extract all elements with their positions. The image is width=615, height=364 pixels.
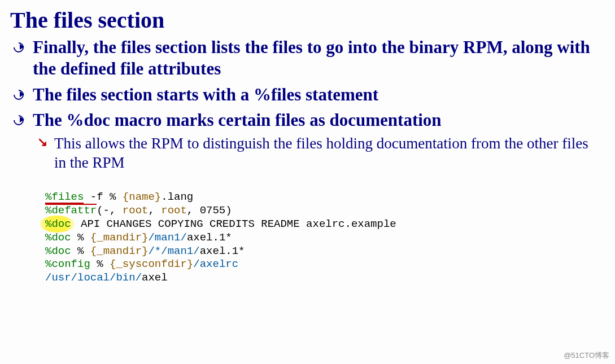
code-l6-d: /axelrc	[193, 258, 238, 270]
bullet-2-macro: %files	[254, 85, 301, 104]
code-l2-f: , 0755)	[187, 204, 232, 217]
code-l5-d: /*/man1/	[148, 245, 199, 257]
code-l5-c: {_mandir}	[90, 245, 149, 257]
code-l6-c: {_sysconfdir}	[110, 258, 193, 270]
code-l3-b: API CHANGES COPYING CREDITS README axelr…	[75, 218, 396, 230]
bullet-3-macro: %doc	[66, 110, 110, 130]
code-l3-macro: %doc	[45, 218, 71, 230]
code-l5-b: %	[71, 245, 90, 257]
code-l1-b: -f %	[84, 191, 122, 203]
bullet-1: Finally, the files section lists the fil…	[11, 37, 604, 80]
slide-title: The files section	[10, 7, 604, 33]
code-l1-c: {name}	[123, 191, 161, 203]
code-l5-e: axel.1*	[200, 245, 245, 257]
bullet-3-text-c: macro marks certain files as documentati…	[110, 110, 442, 130]
code-l2-d: ,	[148, 204, 161, 217]
code-l6-b: %	[90, 258, 110, 270]
code-l1-d: .lang	[161, 191, 193, 203]
code-l4-c: {_mandir}	[90, 231, 149, 244]
code-l2-macro: %defattr	[45, 204, 97, 217]
bullet-2-text-a: The files section starts with a	[33, 85, 254, 104]
code-l6-macro: %config	[45, 258, 90, 270]
bullet-2-text-c: statement	[301, 85, 378, 104]
code-l2-c: root	[123, 204, 149, 217]
code-l4-macro: %doc	[45, 231, 71, 244]
bullet-1-text: Finally, the files section lists the fil…	[33, 37, 590, 78]
sub-bullet-1: This allows the RPM to distinguish the f…	[35, 134, 604, 173]
code-l5-macro: %doc	[45, 245, 71, 257]
bullet-3-text-a: The	[33, 110, 66, 130]
code-l7-b: axel	[142, 271, 168, 284]
code-l4-e: axel.1*	[187, 231, 232, 244]
sub-bullet-1-text: This allows the RPM to distinguish the f…	[54, 135, 588, 171]
watermark: @51CTO博客	[564, 350, 609, 361]
code-block: %files -f % {name}.lang %defattr(-, root…	[45, 177, 604, 285]
code-l2-b: (-,	[97, 204, 123, 217]
code-l4-d: /man1/	[148, 231, 186, 244]
bullet-3: The %doc macro marks certain files as do…	[11, 109, 604, 172]
code-l4-b: %	[71, 231, 90, 244]
code-l1-macro: %files	[45, 191, 84, 203]
code-l7-a: /usr/local/bin/	[45, 271, 142, 284]
bullet-list: Finally, the files section lists the fil…	[11, 37, 604, 173]
code-l2-e: root	[161, 204, 187, 217]
bullet-2: The files section starts with a %files s…	[11, 84, 604, 106]
sub-bullet-list: This allows the RPM to distinguish the f…	[35, 134, 604, 173]
